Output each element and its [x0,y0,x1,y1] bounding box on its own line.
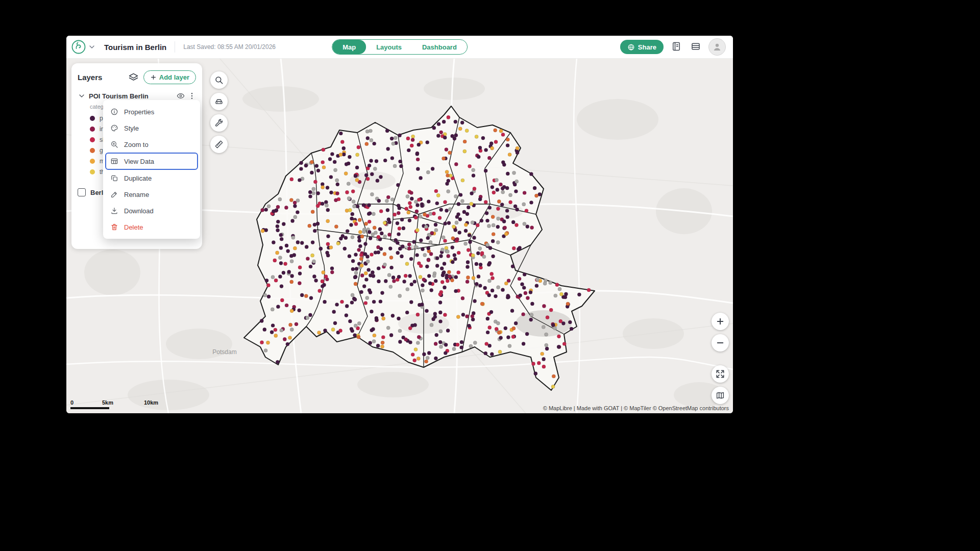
duplicate-icon [110,174,118,182]
goat-logo [71,40,86,54]
menu-item-rename[interactable]: Rename [103,186,200,203]
table-icon [110,157,118,165]
scale-mid: 5km [102,399,113,406]
info-icon [110,108,118,116]
tab-layouts[interactable]: Layouts [366,40,412,54]
visibility-eye-icon[interactable] [177,92,185,100]
download-icon [110,207,118,215]
legend-dot [90,159,95,164]
divider [175,41,175,53]
layer-context-menu: Properties Style Zoom to View Data Dupli… [103,100,200,239]
plus-icon [150,74,157,81]
scale-bar: 0 5km 10km [70,399,157,409]
search-icon [214,76,224,85]
last-saved-text: Last Saved: 08:55 AM 20/01/2026 [183,43,276,51]
rename-pencil-icon [110,190,118,198]
chevron-down-icon [88,43,96,51]
car-icon [214,97,224,106]
expand-icon [716,369,725,379]
globe-icon [627,43,635,51]
menu-item-view-data[interactable]: View Data [105,153,198,170]
map-label-nearby: Potsdam [212,348,236,356]
spacer [712,356,729,361]
checkbox[interactable] [78,188,86,196]
menu-item-zoom-to[interactable]: Zoom to [103,136,200,153]
menu-item-style[interactable]: Style [103,120,200,136]
zoom-in-button[interactable] [712,313,729,330]
zoom-to-icon [110,140,118,148]
legend-dot [90,127,95,132]
scale-bar-rule [70,407,109,409]
chevron-down-icon[interactable] [78,92,86,100]
scale-start: 0 [70,399,74,406]
fullscreen-button[interactable] [712,365,729,383]
kebab-menu-icon[interactable] [188,92,196,100]
report-button[interactable] [670,40,683,54]
layers-title: Layers [78,73,124,82]
page-title: Tourism in Berlin [104,43,166,52]
user-icon [712,42,722,52]
measure-button[interactable] [210,136,228,153]
menu-item-properties[interactable]: Properties [103,104,200,120]
map-toolbar [210,71,228,153]
add-layer-label: Add layer [159,73,189,81]
legend-dot [90,148,95,153]
search-button[interactable] [210,71,228,89]
wrench-icon [214,118,224,128]
avatar[interactable] [708,38,726,56]
tools-button[interactable] [210,114,228,132]
trash-icon [110,223,118,231]
layer-name: POI Tourism Berlin [89,92,174,100]
tab-dashboard[interactable]: Dashboard [412,40,467,54]
layers-icon[interactable] [129,72,138,82]
legend-dot [90,169,95,174]
share-label: Share [638,43,656,51]
menu-item-download[interactable]: Download [103,203,200,219]
menu-item-duplicate[interactable]: Duplicate [103,170,200,186]
basemap-button[interactable] [712,387,729,404]
rows-icon [691,41,701,52]
legend-dot [90,116,95,121]
legend-dot [90,137,95,142]
add-layer-button[interactable]: Add layer [143,70,196,84]
zoom-out-button[interactable] [712,334,729,352]
tab-map[interactable]: Map [332,40,366,54]
plus-icon [716,317,725,326]
top-bar: Tourism in Berlin Last Saved: 08:55 AM 2… [66,36,733,59]
map-icon [716,391,725,400]
report-icon [671,41,681,52]
catchment-button[interactable] [210,93,228,110]
view-switcher: Map Layouts Dashboard [332,39,468,55]
map-attribution: © MapLibre | Made with GOAT | © MapTiler… [543,405,729,411]
project-switcher[interactable] [71,40,96,54]
palette-icon [110,124,118,132]
map-controls [712,313,729,404]
minus-icon [716,338,725,347]
app-window: Tourism in Berlin Last Saved: 08:55 AM 2… [66,36,733,413]
menu-item-delete[interactable]: Delete [103,219,200,235]
scale-end: 10km [144,399,158,406]
share-button[interactable]: Share [620,40,664,54]
ruler-icon [214,140,224,149]
legend-panel-button[interactable] [689,40,702,54]
